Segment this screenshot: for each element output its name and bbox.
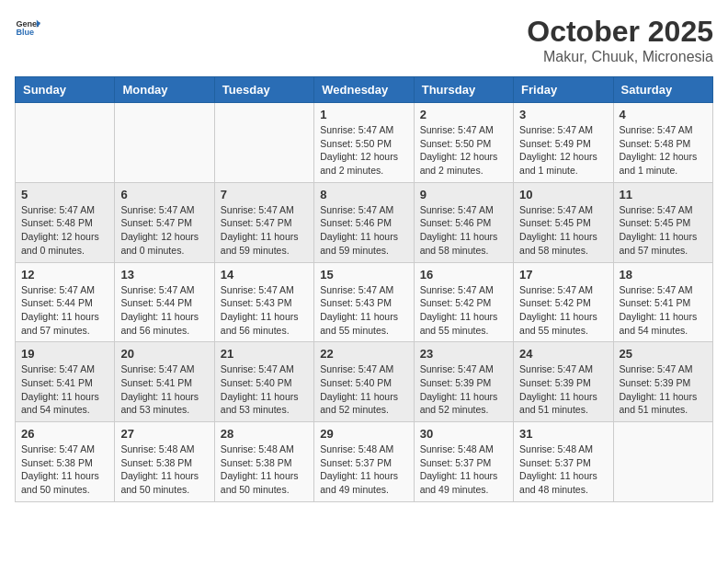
day-info: Sunrise: 5:47 AM Sunset: 5:50 PM Dayligh… — [420, 123, 507, 178]
calendar-day-cell: 18Sunrise: 5:47 AM Sunset: 5:41 PM Dayli… — [613, 262, 712, 342]
day-info: Sunrise: 5:47 AM Sunset: 5:42 PM Dayligh… — [519, 283, 607, 338]
day-number: 12 — [21, 268, 108, 282]
day-info: Sunrise: 5:48 AM Sunset: 5:37 PM Dayligh… — [320, 442, 407, 497]
day-info: Sunrise: 5:47 AM Sunset: 5:46 PM Dayligh… — [320, 203, 407, 258]
day-info: Sunrise: 5:47 AM Sunset: 5:39 PM Dayligh… — [519, 362, 607, 417]
day-info: Sunrise: 5:47 AM Sunset: 5:43 PM Dayligh… — [320, 283, 407, 338]
weekday-header-cell: Sunday — [16, 77, 115, 103]
weekday-header-cell: Thursday — [414, 77, 513, 103]
day-info: Sunrise: 5:47 AM Sunset: 5:49 PM Dayligh… — [519, 123, 607, 178]
day-info: Sunrise: 5:48 AM Sunset: 5:37 PM Dayligh… — [519, 442, 607, 497]
weekday-header-row: SundayMondayTuesdayWednesdayThursdayFrid… — [16, 77, 713, 103]
day-number: 2 — [420, 108, 507, 121]
weekday-header-cell: Friday — [514, 77, 613, 103]
title-area: October 2025 Makur, Chuuk, Micronesia — [527, 15, 713, 65]
day-info: Sunrise: 5:47 AM Sunset: 5:45 PM Dayligh… — [620, 203, 707, 258]
weekday-header-cell: Monday — [115, 77, 214, 103]
calendar-day-cell: 3Sunrise: 5:47 AM Sunset: 5:49 PM Daylig… — [514, 103, 613, 183]
calendar-day-cell: 14Sunrise: 5:47 AM Sunset: 5:43 PM Dayli… — [214, 262, 313, 342]
calendar-day-cell: 1Sunrise: 5:47 AM Sunset: 5:50 PM Daylig… — [314, 103, 414, 183]
calendar-day-cell: 31Sunrise: 5:48 AM Sunset: 5:37 PM Dayli… — [514, 422, 613, 502]
calendar-day-cell: 13Sunrise: 5:47 AM Sunset: 5:44 PM Dayli… — [115, 262, 214, 342]
day-number: 11 — [620, 188, 707, 201]
calendar-day-cell: 9Sunrise: 5:47 AM Sunset: 5:46 PM Daylig… — [414, 182, 513, 262]
calendar-day-cell: 11Sunrise: 5:47 AM Sunset: 5:45 PM Dayli… — [613, 182, 712, 262]
day-info: Sunrise: 5:47 AM Sunset: 5:41 PM Dayligh… — [620, 283, 707, 338]
day-number: 16 — [420, 268, 507, 282]
header: General Blue October 2025 Makur, Chuuk, … — [15, 15, 713, 65]
calendar-day-cell: 21Sunrise: 5:47 AM Sunset: 5:40 PM Dayli… — [214, 342, 313, 422]
calendar-day-cell: 28Sunrise: 5:48 AM Sunset: 5:38 PM Dayli… — [214, 422, 313, 502]
calendar-day-cell: 23Sunrise: 5:47 AM Sunset: 5:39 PM Dayli… — [414, 342, 513, 422]
calendar-day-cell: 22Sunrise: 5:47 AM Sunset: 5:40 PM Dayli… — [314, 342, 414, 422]
calendar-day-cell: 29Sunrise: 5:48 AM Sunset: 5:37 PM Dayli… — [314, 422, 414, 502]
day-number: 30 — [420, 427, 507, 441]
day-number: 28 — [221, 427, 308, 441]
day-number: 22 — [320, 347, 407, 361]
month-title: October 2025 — [527, 15, 713, 49]
calendar-day-cell: 30Sunrise: 5:48 AM Sunset: 5:37 PM Dayli… — [414, 422, 513, 502]
calendar-week-row: 26Sunrise: 5:47 AM Sunset: 5:38 PM Dayli… — [16, 422, 713, 502]
calendar-day-cell: 24Sunrise: 5:47 AM Sunset: 5:39 PM Dayli… — [514, 342, 613, 422]
day-info: Sunrise: 5:47 AM Sunset: 5:48 PM Dayligh… — [21, 203, 108, 258]
day-info: Sunrise: 5:47 AM Sunset: 5:40 PM Dayligh… — [221, 362, 308, 417]
day-info: Sunrise: 5:47 AM Sunset: 5:47 PM Dayligh… — [120, 203, 208, 258]
day-info: Sunrise: 5:48 AM Sunset: 5:37 PM Dayligh… — [420, 442, 507, 497]
calendar-week-row: 5Sunrise: 5:47 AM Sunset: 5:48 PM Daylig… — [16, 182, 713, 262]
day-number: 27 — [120, 427, 208, 441]
day-number: 17 — [519, 268, 607, 282]
day-number: 1 — [320, 108, 407, 121]
calendar-week-row: 19Sunrise: 5:47 AM Sunset: 5:41 PM Dayli… — [16, 342, 713, 422]
day-info: Sunrise: 5:47 AM Sunset: 5:42 PM Dayligh… — [420, 283, 507, 338]
day-info: Sunrise: 5:47 AM Sunset: 5:40 PM Dayligh… — [320, 362, 407, 417]
day-number: 14 — [221, 268, 308, 282]
day-info: Sunrise: 5:48 AM Sunset: 5:38 PM Dayligh… — [221, 442, 308, 497]
day-number: 21 — [221, 347, 308, 361]
day-number: 13 — [120, 268, 208, 282]
location-title: Makur, Chuuk, Micronesia — [527, 49, 713, 65]
day-info: Sunrise: 5:47 AM Sunset: 5:44 PM Dayligh… — [21, 283, 108, 338]
calendar-day-cell — [115, 103, 214, 183]
day-number: 29 — [320, 427, 407, 441]
day-info: Sunrise: 5:47 AM Sunset: 5:41 PM Dayligh… — [120, 362, 208, 417]
calendar-day-cell: 25Sunrise: 5:47 AM Sunset: 5:39 PM Dayli… — [613, 342, 712, 422]
calendar-day-cell: 16Sunrise: 5:47 AM Sunset: 5:42 PM Dayli… — [414, 262, 513, 342]
day-number: 9 — [420, 188, 507, 201]
day-info: Sunrise: 5:47 AM Sunset: 5:46 PM Dayligh… — [420, 203, 507, 258]
day-info: Sunrise: 5:47 AM Sunset: 5:43 PM Dayligh… — [221, 283, 308, 338]
day-number: 18 — [620, 268, 707, 282]
day-number: 25 — [620, 347, 707, 361]
day-info: Sunrise: 5:47 AM Sunset: 5:44 PM Dayligh… — [120, 283, 208, 338]
day-number: 10 — [519, 188, 607, 201]
calendar-day-cell: 15Sunrise: 5:47 AM Sunset: 5:43 PM Dayli… — [314, 262, 414, 342]
day-info: Sunrise: 5:47 AM Sunset: 5:45 PM Dayligh… — [519, 203, 607, 258]
calendar-week-row: 12Sunrise: 5:47 AM Sunset: 5:44 PM Dayli… — [16, 262, 713, 342]
calendar-table: SundayMondayTuesdayWednesdayThursdayFrid… — [15, 76, 713, 502]
calendar-day-cell: 10Sunrise: 5:47 AM Sunset: 5:45 PM Dayli… — [514, 182, 613, 262]
svg-text:Blue: Blue — [16, 28, 34, 37]
day-info: Sunrise: 5:47 AM Sunset: 5:41 PM Dayligh… — [21, 362, 108, 417]
weekday-header-cell: Wednesday — [314, 77, 414, 103]
calendar-day-cell: 5Sunrise: 5:47 AM Sunset: 5:48 PM Daylig… — [16, 182, 115, 262]
calendar-day-cell — [613, 422, 712, 502]
day-number: 15 — [320, 268, 407, 282]
calendar-day-cell: 2Sunrise: 5:47 AM Sunset: 5:50 PM Daylig… — [414, 103, 513, 183]
calendar-day-cell: 20Sunrise: 5:47 AM Sunset: 5:41 PM Dayli… — [115, 342, 214, 422]
day-number: 31 — [519, 427, 607, 441]
day-info: Sunrise: 5:47 AM Sunset: 5:48 PM Dayligh… — [620, 123, 707, 178]
weekday-header-cell: Tuesday — [214, 77, 313, 103]
logo-icon: General Blue — [15, 15, 40, 40]
calendar-day-cell: 7Sunrise: 5:47 AM Sunset: 5:47 PM Daylig… — [214, 182, 313, 262]
calendar-day-cell: 6Sunrise: 5:47 AM Sunset: 5:47 PM Daylig… — [115, 182, 214, 262]
calendar-day-cell: 4Sunrise: 5:47 AM Sunset: 5:48 PM Daylig… — [613, 103, 712, 183]
day-number: 4 — [620, 108, 707, 121]
day-info: Sunrise: 5:47 AM Sunset: 5:39 PM Dayligh… — [420, 362, 507, 417]
day-number: 7 — [221, 188, 308, 201]
logo: General Blue — [15, 15, 40, 40]
day-info: Sunrise: 5:47 AM Sunset: 5:39 PM Dayligh… — [620, 362, 707, 417]
day-info: Sunrise: 5:47 AM Sunset: 5:38 PM Dayligh… — [21, 442, 108, 497]
day-info: Sunrise: 5:48 AM Sunset: 5:38 PM Dayligh… — [120, 442, 208, 497]
calendar-day-cell: 8Sunrise: 5:47 AM Sunset: 5:46 PM Daylig… — [314, 182, 414, 262]
calendar-day-cell: 19Sunrise: 5:47 AM Sunset: 5:41 PM Dayli… — [16, 342, 115, 422]
day-number: 24 — [519, 347, 607, 361]
